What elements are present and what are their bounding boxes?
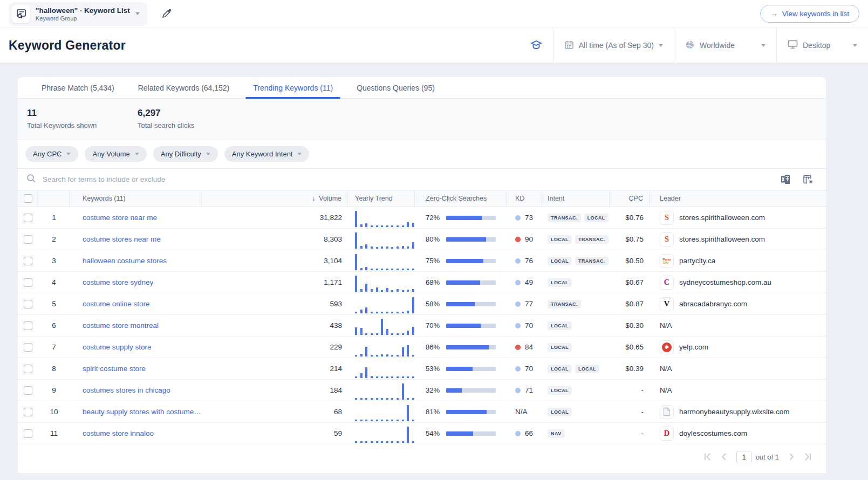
device-label: Desktop (803, 41, 830, 50)
intent-badges: TRANSAC. (542, 293, 610, 314)
search-input[interactable] (43, 175, 774, 183)
intent-badge: LOCAL (548, 321, 572, 330)
keyword-link[interactable]: spirit costume store (83, 365, 146, 373)
excel-export-icon[interactable] (780, 174, 791, 184)
filter-cpc[interactable]: Any CPC (25, 146, 78, 162)
leader-favicon: S (660, 211, 674, 225)
volume-value: 59 (202, 423, 347, 444)
desktop-icon (788, 40, 798, 51)
stat-label: Total search clicks (138, 121, 248, 129)
column-leader[interactable]: Leader (650, 190, 826, 207)
pagination: 1 out of 1 (18, 444, 826, 469)
leader-cell: N/A (650, 380, 826, 401)
filter-difficulty[interactable]: Any Difficulty (153, 146, 218, 162)
row-checkbox[interactable] (24, 321, 32, 330)
table-header: Keywords (11) ↓Volume Yearly Trend Zero-… (18, 190, 826, 207)
leader-favicon (660, 405, 674, 419)
column-yearly-trend[interactable]: Yearly Trend (347, 190, 415, 207)
manage-columns-icon[interactable] (803, 174, 814, 185)
row-checkbox[interactable] (24, 257, 32, 265)
last-page-icon[interactable] (804, 453, 812, 461)
column-volume[interactable]: ↓Volume (202, 190, 347, 207)
next-page-icon[interactable] (789, 453, 794, 461)
keyword-link[interactable]: costume supply store (83, 343, 152, 351)
volume-value: 593 (202, 293, 347, 314)
stats-band: 11 Total Keywords shown 6,297 Total sear… (18, 99, 826, 140)
row-checkbox[interactable] (24, 365, 32, 373)
table-row: 1 costume store near me 31,822 72% 73 TR… (18, 207, 826, 229)
leader-favicon: D (660, 427, 674, 441)
leader-cell: Ddoylescostumes.com (650, 423, 826, 444)
keyword-link[interactable]: costume store montreal (83, 321, 159, 330)
volume-value: 438 (202, 315, 347, 336)
column-cpc[interactable]: CPC (610, 190, 650, 207)
leader-cell: N/A (650, 315, 826, 336)
keyword-link[interactable]: costume store sydney (83, 278, 153, 286)
row-checkbox[interactable] (24, 278, 32, 287)
keyword-group-selector[interactable]: "halloween" - Keyword List Keyword Group (9, 2, 147, 26)
prev-page-icon[interactable] (721, 453, 727, 461)
row-checkbox[interactable] (24, 214, 32, 222)
column-intent[interactable]: Intent (542, 190, 610, 207)
region-selector[interactable]: Worldwide (674, 28, 776, 63)
leader-cell: Vabracadabranyc.com (650, 293, 826, 314)
leader-favicon: V (660, 297, 674, 311)
zero-click-value: 32% (426, 386, 446, 394)
keyword-link[interactable]: costume store near me (83, 214, 157, 222)
view-keywords-button[interactable]: → View keywords in list (760, 5, 859, 23)
chevron-down-icon (66, 153, 71, 155)
date-range-selector[interactable]: All time (As of Sep 30) (553, 28, 674, 63)
leader-domain: partycity.ca (679, 257, 715, 265)
keyword-group-subtitle: Keyword Group (36, 15, 130, 22)
row-checkbox[interactable] (24, 386, 32, 395)
keyword-link[interactable]: beauty supply stores with costume… (83, 408, 201, 416)
keyword-link[interactable]: costume stores near me (83, 235, 161, 243)
row-checkbox[interactable] (24, 235, 32, 244)
leader-domain: doylescostumes.com (679, 429, 747, 437)
column-keywords[interactable]: Keywords (11) (70, 190, 202, 207)
row-number: 5 (38, 293, 70, 314)
select-all-checkbox[interactable] (24, 194, 32, 203)
intent-badges: LOCAL (542, 337, 610, 358)
tab-related-keywords[interactable]: Related Keywords (64,152) (126, 77, 242, 98)
tab-trending-keywords[interactable]: Trending Keywords (11) (241, 77, 345, 98)
zero-click-bar (446, 259, 496, 263)
globe-icon (685, 40, 695, 51)
device-selector[interactable]: Desktop (776, 28, 868, 63)
intent-badges: LOCAL (542, 272, 610, 293)
leader-domain: N/A (660, 321, 672, 330)
row-checkbox[interactable] (24, 343, 32, 352)
volume-value: 184 (202, 380, 347, 401)
kd-difficulty-dot (515, 366, 521, 372)
edit-pencil-icon[interactable] (161, 9, 172, 19)
filter-volume[interactable]: Any Volume (85, 146, 146, 162)
first-page-icon[interactable] (703, 453, 712, 461)
intent-badge: LOCAL (548, 278, 572, 287)
tab-phrase-match[interactable]: Phrase Match (5,434) (30, 77, 126, 98)
zero-click-value: 86% (426, 343, 446, 351)
intent-badges: LOCAL (542, 315, 610, 336)
keyword-link[interactable]: costumes stores in chicago (83, 386, 170, 394)
tab-questions-queries[interactable]: Questions Queries (95) (345, 77, 447, 98)
column-kd[interactable]: KD (507, 190, 542, 207)
intent-badge: LOCAL (584, 214, 609, 222)
column-zero-click[interactable]: Zero-Click Searches (415, 190, 507, 207)
row-checkbox[interactable] (24, 408, 32, 416)
row-checkbox[interactable] (24, 429, 32, 438)
keyword-link[interactable]: costume store innaloo (83, 429, 154, 437)
volume-value: 1,171 (202, 272, 347, 293)
keyword-link[interactable]: halloween costume stores (83, 257, 167, 265)
arrow-right-icon: → (770, 10, 778, 18)
page-number-box[interactable]: 1 (736, 451, 751, 463)
filter-keyword-intent[interactable]: Any Keyword Intent (224, 146, 310, 162)
academy-button[interactable] (520, 28, 553, 63)
table-row: 3 halloween costume stores 3,104 75% 76 … (18, 250, 826, 272)
page-count-label: out of 1 (756, 453, 779, 461)
leader-cell: N/A (650, 358, 826, 379)
intent-badges: NAV (542, 423, 610, 444)
row-number: 10 (38, 401, 70, 422)
chevron-down-icon (206, 153, 210, 155)
cpc-value: $0.39 (610, 358, 650, 379)
keyword-link[interactable]: costume online store (83, 300, 150, 308)
row-checkbox[interactable] (24, 300, 32, 308)
